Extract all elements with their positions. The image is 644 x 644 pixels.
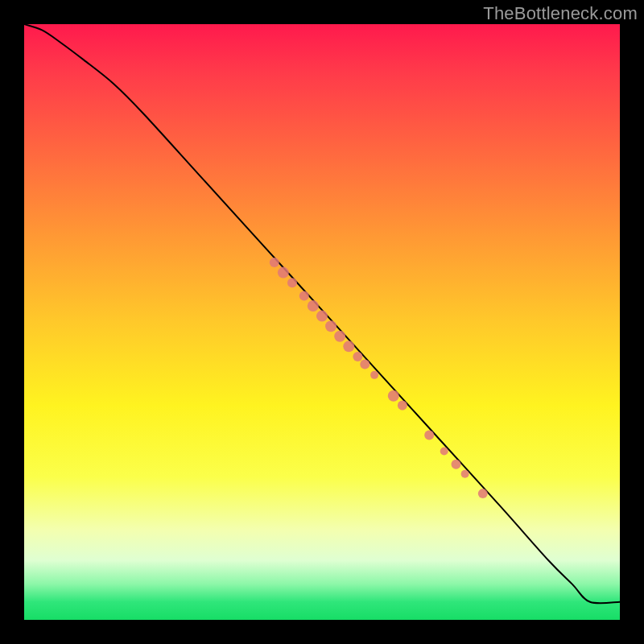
data-point-marker: [398, 401, 407, 411]
chart-svg: [24, 24, 620, 620]
data-point-marker: [325, 320, 336, 332]
data-point-marker: [353, 352, 362, 361]
data-point-marker: [308, 300, 319, 312]
data-point-marker: [287, 278, 297, 287]
data-point-marker: [461, 470, 469, 478]
data-point-marker: [424, 431, 434, 440]
data-point-marker: [360, 360, 369, 369]
data-point-marker: [343, 341, 354, 352]
data-point-marker: [478, 489, 488, 498]
data-point-marker: [278, 267, 289, 279]
data-point-marker: [452, 460, 461, 469]
data-point-marker: [270, 258, 279, 267]
plot-area: [24, 24, 620, 620]
data-point-marker: [370, 371, 378, 379]
data-point-marker: [299, 291, 309, 300]
data-point-marker: [316, 311, 328, 322]
chart-stage: TheBottleneck.com: [0, 0, 644, 644]
data-point-marker: [388, 390, 399, 402]
data-point-marker: [334, 331, 345, 342]
data-point-marker: [440, 448, 448, 456]
watermark-text: TheBottleneck.com: [483, 3, 638, 24]
marker-group: [270, 258, 488, 498]
